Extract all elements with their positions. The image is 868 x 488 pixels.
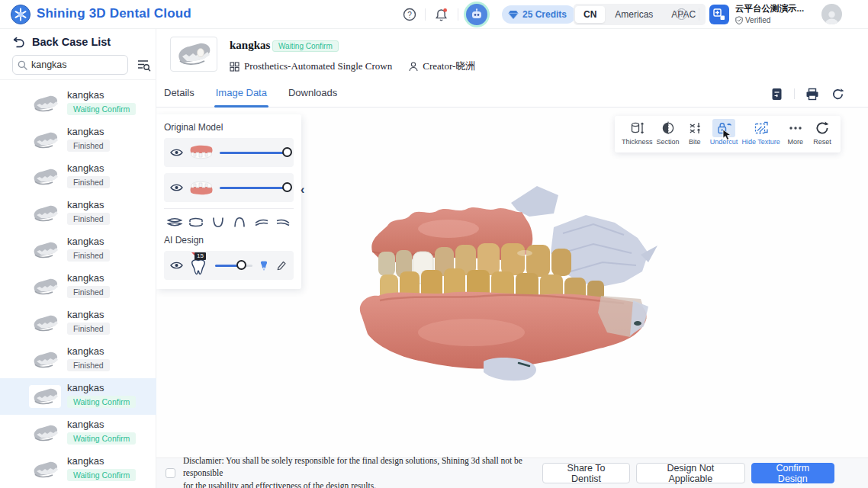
case-status-badge: Waiting Confirm: [272, 40, 339, 52]
case-list-item[interactable]: kangkas Finished: [0, 268, 156, 305]
ai-design-label: AI Design: [164, 235, 294, 246]
bite-icon: [683, 119, 706, 137]
notification-bell-icon[interactable]: [433, 7, 448, 22]
ai-assistant-icon[interactable]: [466, 4, 487, 25]
undercut-icon: [712, 119, 735, 137]
region-info-icon[interactable]: !: [676, 8, 687, 20]
thickness-icon: [625, 119, 648, 137]
back-case-list-button[interactable]: Back Case List: [12, 36, 111, 48]
divider: [458, 8, 458, 21]
toolbar-item-hidetexture[interactable]: Hide Texture: [741, 116, 780, 152]
case-list-item[interactable]: kangkas Finished: [0, 195, 156, 232]
report-document-icon[interactable]: [769, 86, 784, 101]
eye-icon[interactable]: [170, 148, 183, 157]
category-grid-icon: [230, 62, 240, 72]
tab-downloads[interactable]: Downloads: [288, 80, 337, 108]
upper-opacity-slider[interactable]: [220, 147, 288, 158]
crown-only-icon[interactable]: [258, 258, 270, 272]
region-americas[interactable]: Americas: [606, 6, 661, 23]
view-upper-occlusal-icon[interactable]: [209, 215, 227, 229]
divider: [425, 8, 426, 21]
toolbar-item-bite[interactable]: Bite: [683, 116, 706, 152]
verified-shield-icon: [735, 16, 743, 24]
eye-icon[interactable]: [170, 183, 183, 192]
crown-tooth-chip[interactable]: 15: [188, 254, 210, 277]
edit-pencil-icon[interactable]: [275, 258, 288, 272]
case-list-item[interactable]: kangkas Finished: [0, 122, 156, 159]
toolbar-label-reset: Reset: [813, 138, 831, 146]
case-list-item[interactable]: kangkas Waiting Confirm: [0, 85, 156, 122]
toolbar-item-thickness[interactable]: Thickness: [622, 116, 653, 152]
case-status-badge: Finished: [67, 323, 110, 335]
organization-block[interactable]: 云平台公测演示... Verified: [735, 3, 804, 24]
hidetexture-icon: [750, 119, 773, 137]
case-list-item[interactable]: kangkas Finished: [0, 159, 156, 195]
slider-knob[interactable]: [282, 182, 292, 192]
case-list-item[interactable]: kangkas Finished: [0, 342, 156, 378]
lower-opacity-slider[interactable]: [220, 182, 288, 193]
person-icon: [409, 62, 418, 72]
help-icon[interactable]: ?: [402, 7, 417, 22]
slider-knob[interactable]: [236, 260, 246, 270]
case-status-badge: Finished: [67, 286, 110, 298]
user-avatar[interactable]: [821, 4, 842, 24]
region-cn[interactable]: CN: [575, 6, 605, 23]
refresh-icon[interactable]: [830, 86, 845, 101]
toolbar-item-undercut[interactable]: Undercut: [710, 116, 738, 152]
case-sidebar: Back Case List kangkas Waiting Confirm k…: [0, 29, 156, 488]
case-search-input[interactable]: [31, 59, 115, 70]
case-list-item[interactable]: kangkas Waiting Confirm: [0, 451, 156, 488]
case-status-badge: Finished: [67, 359, 110, 371]
slider-knob[interactable]: [282, 147, 292, 157]
app-header: Shining 3D Dental Cloud ? 25 Credits CN …: [0, 0, 868, 29]
toolbar-item-more[interactable]: More: [784, 116, 807, 152]
model-layers-panel: Original Model AI Design 15: [156, 114, 301, 289]
case-status-badge: Finished: [67, 176, 110, 188]
toolbar-label-hidetexture: Hide Texture: [741, 138, 780, 146]
eye-icon[interactable]: [170, 261, 183, 270]
footer-bar: Disclamier: You shall be solely responsi…: [156, 458, 868, 488]
case-thumbnail: [29, 165, 61, 188]
design-not-applicable-button[interactable]: Design Not Applicable: [636, 463, 745, 483]
view-presets-row: [164, 214, 294, 235]
case-status-badge: Waiting Confirm: [67, 469, 136, 481]
view-lower-occlusal-icon[interactable]: [230, 215, 249, 229]
lower-jaw-row: [164, 173, 294, 202]
case-category-label: Prosthetics-Automated Single Crown: [244, 60, 392, 72]
3d-dental-model[interactable]: [334, 180, 659, 383]
filter-search-icon[interactable]: [137, 58, 152, 73]
ai-design-row: 15: [164, 251, 294, 280]
toolbar-item-section[interactable]: Section: [657, 116, 680, 152]
case-list-item[interactable]: kangkas Waiting Confirm: [0, 415, 156, 451]
view-front-open-icon[interactable]: [187, 215, 205, 229]
disclaimer-checkbox[interactable]: [166, 468, 175, 478]
toolbar-item-reset[interactable]: Reset: [811, 116, 834, 152]
case-name: kangkas: [67, 162, 110, 174]
panel-collapse-chevron[interactable]: ‹: [301, 181, 313, 198]
case-name: kangkas: [67, 309, 110, 320]
case-list-item[interactable]: kangkas Finished: [0, 305, 156, 342]
view-front-closed-icon[interactable]: [166, 215, 184, 229]
tab-image-data[interactable]: Image Data: [216, 80, 267, 108]
case-list-item[interactable]: kangkas Waiting Confirm: [0, 378, 156, 415]
tab-details[interactable]: Details: [164, 80, 194, 108]
case-name: kangkas: [67, 89, 136, 101]
case-thumbnail: [29, 129, 61, 152]
case-thumbnail: [29, 348, 61, 371]
upper-jaw-row: [164, 138, 294, 167]
share-to-dentist-button[interactable]: Share To Dentist: [542, 463, 630, 483]
credits-badge[interactable]: 25 Credits: [502, 5, 576, 24]
ai-opacity-slider[interactable]: [215, 260, 252, 271]
organization-name: 云平台公测演示...: [735, 3, 804, 14]
print-icon[interactable]: [805, 86, 820, 101]
view-left-side-icon[interactable]: [252, 215, 271, 229]
view-right-side-icon[interactable]: [274, 215, 292, 229]
case-name: kangkas: [67, 126, 110, 137]
case-status-badge: Finished: [67, 213, 110, 225]
clinic-icon[interactable]: [709, 5, 729, 24]
confirm-design-button[interactable]: Confirm Design: [751, 463, 834, 483]
case-list-item[interactable]: kangkas Finished: [0, 232, 156, 268]
tab-bar: Details Image Data Downloads: [156, 80, 868, 108]
case-title: kangkas: [230, 39, 270, 52]
app-logo-icon[interactable]: [11, 5, 31, 24]
